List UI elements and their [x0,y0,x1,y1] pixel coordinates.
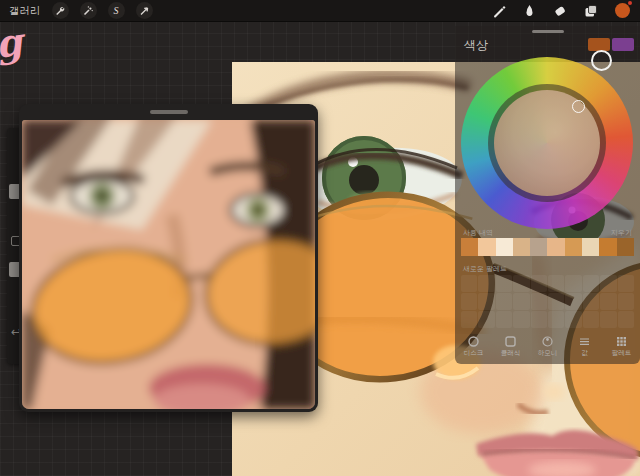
reference-window[interactable] [19,104,318,412]
history-swatch[interactable] [617,238,634,256]
palette-slot[interactable] [461,275,477,292]
hue-cursor[interactable] [591,50,612,71]
current-color-swatch[interactable] [588,38,610,51]
palette-slot[interactable] [461,293,477,310]
palette-slot[interactable] [583,293,599,310]
palette-slot[interactable] [600,311,616,328]
color-panel-title: 색상 [464,37,488,54]
palette-slot[interactable] [565,293,581,310]
palette-slot[interactable] [461,311,477,328]
palette-slot[interactable] [548,293,564,310]
palette-slot[interactable] [478,293,494,310]
color-mode-tabs: 디스크 클래식 하모니 값 팔레트 [455,332,640,360]
history-swatch[interactable] [565,238,582,256]
color-panel: 색상 사용 내역 지우기 새로운 팔레트 디스크 [455,26,640,364]
palette-slot[interactable] [513,275,529,292]
smudge-icon [523,4,536,18]
tab-disk[interactable]: 디스크 [455,332,492,360]
color-panel-drag-handle[interactable] [532,30,564,33]
palette-slot[interactable] [618,311,634,328]
hue-ring[interactable] [461,57,633,229]
palette-slot[interactable] [548,275,564,292]
transform-arrow-icon [139,6,149,16]
palette-slot[interactable] [531,293,547,310]
history-swatch[interactable] [530,238,547,256]
actions-button[interactable] [52,2,69,19]
value-icon [579,336,590,347]
secondary-color-swatch[interactable] [612,38,634,51]
history-clear-button[interactable]: 지우기 [611,228,632,238]
eraser-icon [553,4,567,17]
palette-slot[interactable] [600,275,616,292]
history-swatch[interactable] [478,238,495,256]
palette-slot[interactable] [513,293,529,310]
palette-slot[interactable] [496,293,512,310]
signature-overlay: g [0,19,43,71]
palette-slot[interactable] [478,311,494,328]
palette-slot[interactable] [496,275,512,292]
selection-s-icon: S [114,6,119,16]
palette-slot[interactable] [618,293,634,310]
selection-button[interactable]: S [108,2,125,19]
harmony-icon [542,336,553,347]
palette-slot[interactable] [531,311,547,328]
brush-tool-button[interactable] [492,4,506,18]
brush-icon [492,4,506,18]
tab-value[interactable]: 값 [566,332,603,360]
disk-icon [468,336,479,347]
palette-slot[interactable] [531,275,547,292]
tab-palettes[interactable]: 팔레트 [603,332,640,360]
history-swatch[interactable] [599,238,616,256]
saturation-cursor[interactable] [572,100,585,113]
history-swatch[interactable] [496,238,513,256]
palette-grid[interactable] [461,275,634,329]
palette-slot[interactable] [513,311,529,328]
wrench-icon [55,6,65,16]
current-color-swatches [588,38,634,51]
tab-harmony[interactable]: 하모니 [529,332,566,360]
palette-slot[interactable] [548,311,564,328]
palette-slot[interactable] [618,275,634,292]
history-swatch[interactable] [461,238,478,256]
palette-slot[interactable] [565,311,581,328]
adjustments-button[interactable] [80,2,97,19]
classic-icon [505,336,516,347]
smudge-tool-button[interactable] [523,4,536,18]
history-label: 사용 내역 [463,228,493,238]
color-history-swatches[interactable] [461,238,634,256]
gallery-button[interactable]: 갤러리 [9,4,41,18]
reference-drag-handle[interactable] [150,110,188,114]
layers-button[interactable] [584,4,598,18]
active-color-button[interactable] [615,3,630,18]
hue-ring-hole [488,84,606,202]
palette-slot[interactable] [600,293,616,310]
layers-icon [584,4,598,18]
top-toolbar: 갤러리 S [0,0,640,22]
color-history-header: 사용 내역 지우기 [463,228,632,238]
palette-slot[interactable] [496,311,512,328]
palette-slot[interactable] [583,311,599,328]
tab-classic[interactable]: 클래식 [492,332,529,360]
adjustments-wand-icon [83,6,93,16]
history-swatch[interactable] [547,238,564,256]
palettes-icon [616,336,627,347]
palette-slot[interactable] [565,275,581,292]
history-swatch[interactable] [582,238,599,256]
history-swatch[interactable] [513,238,530,256]
transform-button[interactable] [136,2,153,19]
palette-name: 새로운 팔레트 [463,264,507,274]
eraser-tool-button[interactable] [553,4,567,17]
procreate-workspace: 색상 사용 내역 지우기 새로운 팔레트 디스크 [0,0,640,476]
reference-photo [22,120,315,409]
palette-slot[interactable] [583,275,599,292]
palette-slot[interactable] [478,275,494,292]
